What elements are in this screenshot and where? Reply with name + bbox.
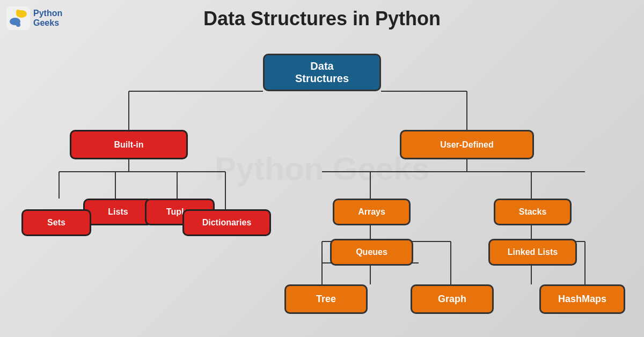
chart: DataStructures Built-in User-Defined Lis… [0,48,644,337]
node-arrays: Arrays [333,199,411,225]
node-user-defined: User-Defined [400,130,534,159]
node-graph: Graph [411,284,494,314]
node-builtin: Built-in [70,130,188,159]
page-title: Data Structures in Python [0,8,644,30]
node-linked-lists: Linked Lists [488,239,577,266]
node-dictionaries: Dictionaries [182,209,271,236]
node-queues: Queues [330,239,413,266]
node-hashmaps: HashMaps [539,284,625,314]
node-sets: Sets [21,209,91,236]
node-lists: Lists [83,199,153,225]
node-stacks: Stacks [494,199,572,225]
node-tree: Tree [284,284,368,314]
node-data-structures: DataStructures [263,54,381,91]
